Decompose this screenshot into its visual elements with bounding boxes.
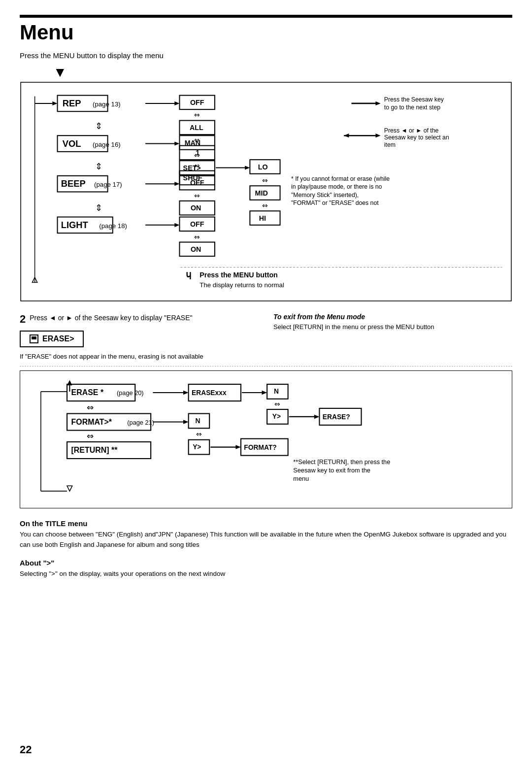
svg-text:MAN: MAN (185, 139, 201, 147)
svg-text:⇔: ⇔ (87, 403, 94, 412)
exit-title: To exit from the Menu mode (273, 313, 512, 321)
page-title: Menu (20, 15, 512, 44)
floppy-icon (30, 334, 38, 343)
step2-text: Press ◄ or ► of the Seesaw key to displa… (30, 313, 192, 323)
section2-left: 2 Press ◄ or ► of the Seesaw key to disp… (20, 313, 259, 361)
svg-text:⇔: ⇔ (196, 430, 202, 438)
title-menu-heading: On the TITLE menu (20, 519, 512, 528)
erase-note: If "ERASE" does not appear in the menu, … (20, 352, 259, 361)
erase-display-box: ERASE> (20, 331, 84, 347)
page-number: 22 (20, 743, 32, 756)
erase-box-wrapper: ERASE> (20, 331, 259, 347)
svg-marker-26 (375, 134, 380, 137)
svg-text:menu: menu (293, 475, 309, 482)
svg-text:ERASE?: ERASE? (323, 413, 350, 421)
svg-marker-103 (262, 391, 267, 395)
svg-text:ALL: ALL (190, 124, 203, 132)
top-down-arrow: ▼ (20, 65, 512, 80)
svg-marker-21 (375, 101, 380, 105)
svg-text:FORMAT?: FORMAT? (244, 443, 276, 451)
svg-text:N: N (274, 387, 279, 395)
svg-text:(page 17): (page 17) (94, 181, 122, 188)
svg-text:ɥ: ɥ (186, 269, 191, 279)
title-menu-section: On the TITLE menu You can choose between… (20, 519, 512, 550)
svg-text:N: N (195, 417, 200, 425)
svg-text:⇔: ⇔ (194, 111, 200, 119)
svg-text:(page 13): (page 13) (93, 100, 121, 108)
svg-text:Press ◄ or ► of the: Press ◄ or ► of the (384, 127, 439, 134)
svg-text:Y>: Y> (272, 412, 281, 420)
svg-text:Seesaw key to exit from the: Seesaw key to exit from the (293, 467, 370, 474)
svg-marker-97 (67, 486, 72, 491)
svg-text:(page 20): (page 20) (117, 389, 144, 397)
svg-text:ON: ON (191, 204, 201, 212)
svg-marker-56 (174, 182, 179, 186)
section2-right: To exit from the Menu mode Select [RETUR… (273, 313, 512, 361)
svg-text:Press the Seesaw key: Press the Seesaw key (384, 96, 444, 103)
svg-text:Seesaw key to select an: Seesaw key to select an (384, 134, 449, 141)
svg-text:BEEP: BEEP (61, 178, 86, 189)
svg-text:in play/pause mode, or there i: in play/pause mode, or there is no (291, 183, 382, 190)
svg-text:HI: HI (259, 214, 266, 222)
svg-text:item: item (384, 141, 396, 148)
svg-text:⇕: ⇕ (95, 121, 102, 131)
svg-text:⇔: ⇔ (87, 432, 94, 441)
svg-text:(page 16): (page 16) (93, 141, 121, 148)
svg-text:"FORMAT" or "ERASE" does not: "FORMAT" or "ERASE" does not (291, 200, 379, 206)
svg-text:⇕: ⇕ (95, 202, 102, 213)
svg-marker-3 (52, 101, 57, 105)
svg-text:Y>: Y> (193, 443, 201, 451)
about-section: About ">" Selecting ">" on the display, … (20, 559, 512, 579)
svg-text:LO: LO (258, 163, 268, 171)
svg-text:OFF: OFF (190, 179, 204, 187)
svg-text:OFF: OFF (190, 220, 204, 228)
svg-text:ERASE *: ERASE * (71, 388, 104, 397)
svg-marker-42 (245, 166, 250, 169)
svg-text:MID: MID (255, 189, 268, 197)
lower-diagram: ERASE * (page 20) ⇔ FORMAT>* (page 21) ⇔… (20, 370, 512, 508)
svg-text:[RETURN] **: [RETURN] ** (71, 446, 118, 454)
svg-marker-121 (235, 445, 241, 449)
svg-text:(page 18): (page 18) (99, 222, 127, 230)
svg-text:⇔: ⇔ (262, 176, 268, 184)
svg-text:⇕: ⇕ (95, 161, 102, 171)
dashed-divider (20, 366, 512, 367)
svg-text:LIGHT: LIGHT (61, 220, 89, 230)
intro-text: Press the MENU button to display the men… (20, 51, 512, 60)
svg-text:⇔: ⇔ (274, 400, 280, 408)
svg-text:⇔: ⇔ (262, 201, 268, 209)
svg-marker-99 (183, 391, 189, 395)
about-heading: About ">" (20, 559, 512, 567)
svg-text:Press the MENU button: Press the MENU button (200, 271, 278, 279)
section2: 2 Press ◄ or ► of the Seesaw key to disp… (20, 313, 512, 361)
svg-text:⇔: ⇔ (194, 151, 200, 159)
svg-marker-114 (183, 420, 189, 424)
exit-body: Select [RETURN] in the menu or press the… (273, 323, 512, 332)
svg-text:FORMAT>*: FORMAT>* (71, 418, 112, 426)
svg-text:SET>: SET> (183, 164, 201, 172)
svg-text:"Memory Stick" inserted),: "Memory Stick" inserted), (291, 192, 359, 199)
title-menu-body: You can choose between "ENG" (English) a… (20, 530, 512, 550)
about-body: Selecting ">" on the display, waits your… (20, 569, 512, 579)
main-diagram: REP (page 13) OFF ⇔ ALL ⇔ 1 ⇔ SHUF Press… (20, 81, 512, 304)
svg-marker-71 (174, 223, 179, 227)
svg-text:ON: ON (191, 245, 201, 253)
svg-text:The display returns to normal: The display returns to normal (200, 281, 284, 289)
svg-marker-35 (174, 141, 179, 145)
exit-section: To exit from the Menu mode Select [RETUR… (273, 313, 512, 332)
svg-text:to go to the next step: to go to the next step (384, 104, 440, 111)
svg-text:REP: REP (63, 98, 81, 108)
svg-text:ERASExxx: ERASExxx (192, 389, 227, 397)
svg-text:⇔: ⇔ (194, 192, 200, 200)
svg-marker-8 (174, 101, 179, 105)
svg-text:VOL: VOL (63, 138, 81, 149)
svg-marker-110 (314, 415, 320, 419)
step-number: 2 (20, 313, 26, 326)
svg-text:⇔: ⇔ (194, 233, 200, 241)
svg-text:**Select [RETURN], then press : **Select [RETURN], then press the (293, 458, 390, 466)
svg-text:* If you cannot format or eras: * If you cannot format or erase (while (291, 175, 390, 182)
erase-label: ERASE> (42, 334, 74, 343)
svg-text:(page 21): (page 21) (127, 419, 154, 426)
svg-text:OFF: OFF (190, 99, 204, 106)
